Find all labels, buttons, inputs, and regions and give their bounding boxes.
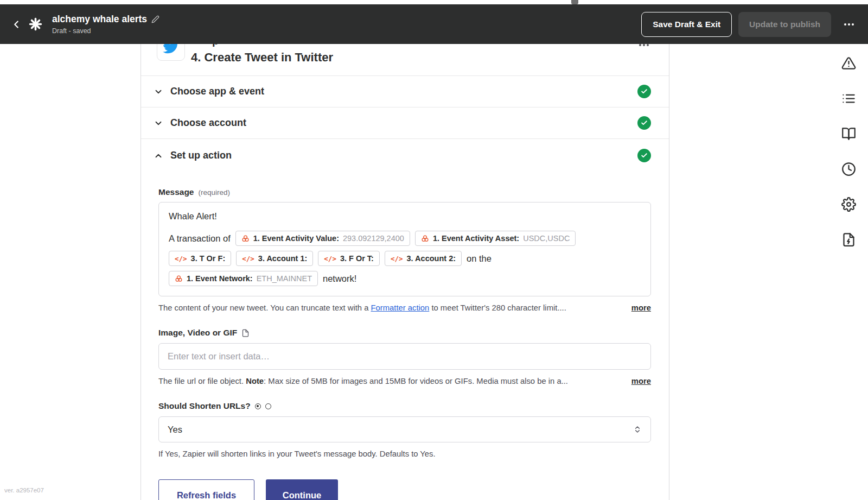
browser-strip [0, 0, 868, 4]
history-clock-icon[interactable] [841, 162, 856, 176]
media-helper-text: The file url or file object. Note: Max s… [158, 377, 568, 385]
checklist-icon[interactable] [841, 91, 856, 106]
shorten-urls-helper: If Yes, Zapier will shorten links in you… [158, 450, 436, 458]
complete-check-icon [637, 85, 651, 98]
alchemy-icon [421, 235, 429, 243]
section-set-up-action[interactable]: Set up action [141, 139, 669, 172]
shorten-urls-label: Should Shorten URLs? [158, 401, 251, 411]
section-choose-account[interactable]: Choose account [141, 107, 669, 139]
select-stepper-icon [633, 425, 642, 434]
settings-gear-icon[interactable] [841, 197, 856, 212]
section-label: Set up action [170, 150, 637, 161]
warning-triangle-icon[interactable] [841, 56, 856, 71]
message-text: on the [467, 254, 492, 264]
alchemy-icon [175, 275, 183, 283]
chevron-down-icon [154, 87, 163, 97]
required-tag: (required) [198, 188, 230, 197]
field-pill-t-or-f[interactable]: </> 3. T Or F: [169, 251, 231, 266]
setup-action-form: Message (required) Whale Alert! A transa… [141, 172, 669, 500]
version-label: ver. a2957e07 [4, 487, 44, 493]
field-pill-event-activity-asset[interactable]: 1. Event Activity Asset: USDC,USDC [415, 231, 576, 246]
message-text: Whale Alert! [169, 211, 641, 221]
message-editor[interactable]: Whale Alert! A transaction of 1. Event A… [158, 202, 651, 296]
header-more-icon[interactable] [844, 23, 854, 26]
complete-check-icon [637, 149, 651, 162]
step-header: p 4. Create Tweet in Twitter [141, 44, 669, 76]
right-toolbar [829, 44, 868, 500]
chevron-down-icon [154, 118, 163, 128]
media-field-label: Image, Video or GIF [158, 328, 237, 338]
draft-status: Draft - saved [52, 27, 159, 35]
field-pill-account-2[interactable]: </> 3. Account 2: [385, 251, 462, 266]
step-title: 4. Create Tweet in Twitter [191, 50, 333, 65]
custom-mode-radio[interactable] [265, 403, 271, 409]
file-icon [241, 329, 250, 337]
field-pill-event-network[interactable]: 1. Event Network: ETH_MAINNET [169, 271, 318, 286]
section-label: Choose account [170, 117, 637, 129]
update-publish-button[interactable]: Update to publish [738, 12, 831, 37]
shorten-urls-value: Yes [168, 425, 182, 435]
code-icon: </> [391, 255, 403, 263]
step-card: p 4. Create Tweet in Twitter Choose app … [141, 44, 669, 500]
message-field-label: Message [158, 187, 194, 197]
formatter-action-link[interactable]: Formatter action [371, 303, 430, 312]
section-label: Choose app & event [170, 86, 637, 97]
alchemy-icon [241, 235, 250, 243]
more-link[interactable]: more [631, 377, 651, 385]
complete-check-icon [637, 116, 651, 130]
browser-tab-icon [571, 0, 578, 4]
code-icon: </> [242, 255, 254, 263]
media-input[interactable] [158, 343, 651, 370]
more-link[interactable]: more [631, 303, 651, 312]
docs-book-icon[interactable] [841, 126, 856, 141]
refresh-fields-button[interactable]: Refresh fields [158, 479, 254, 500]
back-button[interactable] [9, 17, 24, 32]
step-menu-icon[interactable] [639, 44, 649, 46]
field-pill-f-or-t[interactable]: </> 3. F Or T: [318, 251, 380, 266]
save-draft-button[interactable]: Save Draft & Exit [641, 12, 732, 37]
zapier-logo-icon[interactable] [26, 15, 44, 34]
code-icon: </> [175, 255, 187, 263]
field-pill-event-activity-value[interactable]: 1. Event Activity Value: 293.092129,2400 [235, 231, 410, 246]
continue-button[interactable]: Continue [266, 479, 338, 500]
message-text: network! [323, 274, 356, 284]
notes-bolt-icon[interactable] [841, 232, 856, 247]
zap-title[interactable]: alchemy whale alerts [52, 14, 147, 25]
top-bar: alchemy whale alerts Draft - saved Save … [0, 4, 868, 44]
message-helper-text: The content of your new tweet. You can t… [158, 303, 566, 312]
dropdown-mode-radio[interactable] [255, 403, 261, 409]
shorten-urls-select[interactable]: Yes [158, 416, 651, 442]
chevron-up-icon [154, 151, 163, 161]
section-choose-app-event[interactable]: Choose app & event [141, 76, 669, 107]
edit-icon[interactable] [151, 15, 159, 23]
code-icon: </> [324, 255, 336, 263]
field-pill-account-1[interactable]: </> 3. Account 1: [236, 251, 313, 266]
message-text: A transaction of [169, 233, 231, 244]
